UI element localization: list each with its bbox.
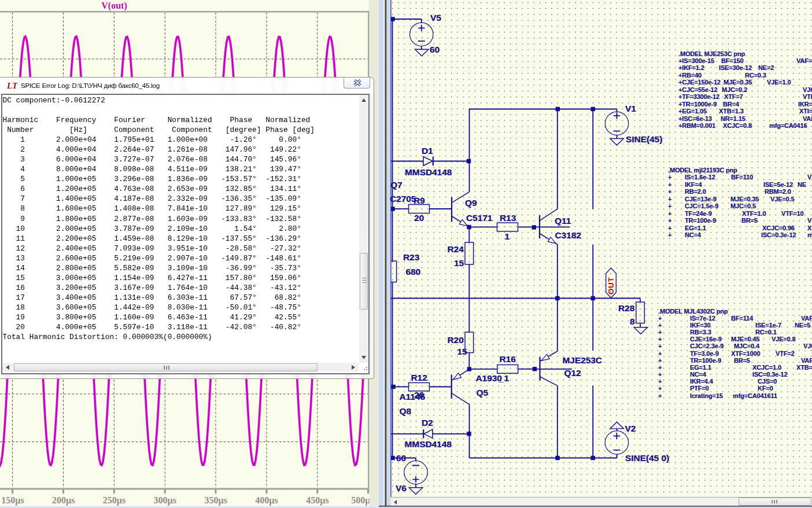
svg-text:350µs: 350µs xyxy=(204,495,227,506)
svg-text:400µs: 400µs xyxy=(255,495,278,506)
svg-text:450µs: 450µs xyxy=(306,495,329,506)
svg-text:250µs: 250µs xyxy=(103,495,126,506)
svg-text:V(out): V(out) xyxy=(101,1,127,11)
svg-text:200µs: 200µs xyxy=(52,495,75,506)
svg-text:300µs: 300µs xyxy=(154,495,176,506)
svg-text:150µs: 150µs xyxy=(1,495,24,506)
svg-text:LT: LT xyxy=(7,81,17,90)
